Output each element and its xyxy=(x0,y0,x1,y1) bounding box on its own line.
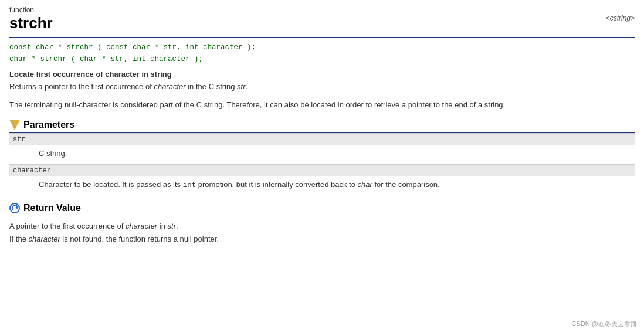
param-char-name: character xyxy=(9,165,635,177)
param-char-desc: Character to be located. It is passed as… xyxy=(9,176,635,196)
code-block: const char * strchr ( const char * str, … xyxy=(9,42,635,65)
code-line-2: char * strchr ( char * str, int characte… xyxy=(9,53,635,65)
param-char-desc-row: Character to be located. It is passed as… xyxy=(9,176,635,196)
code-line-1: const char * strchr ( const char * str, … xyxy=(9,42,635,53)
parameters-table: str C string. character Character to be … xyxy=(9,133,635,196)
return-value-text: A pointer to the first occurrence of cha… xyxy=(9,220,635,246)
char-em-2: char xyxy=(358,180,372,189)
category-label: function xyxy=(9,6,53,14)
parameters-section-header: Parameters xyxy=(9,120,635,133)
subtitle: Locate first occurrence of character in … xyxy=(9,70,635,79)
return-line-2: If the character is not found, the funct… xyxy=(9,233,635,246)
param-str-name: str xyxy=(9,133,635,145)
description-1: Returns a pointer to the first occurrenc… xyxy=(9,81,635,93)
parameters-heading: Parameters xyxy=(23,120,74,130)
param-str-name-row: str xyxy=(9,133,635,145)
return-icon xyxy=(9,203,20,213)
char-em-1: character xyxy=(154,82,185,91)
parameters-icon xyxy=(9,120,20,130)
param-char-name-row: character xyxy=(9,165,635,177)
page-header: function strchr <cstring> xyxy=(9,6,635,35)
svg-marker-0 xyxy=(9,120,20,130)
param-str-desc-row: C string. xyxy=(9,145,635,165)
char-em-3: character xyxy=(126,222,157,230)
return-value-heading: Return Value xyxy=(23,203,81,213)
return-line-1: A pointer to the first occurrence of cha… xyxy=(9,220,635,233)
title-block: function strchr xyxy=(9,6,53,35)
param-str-desc: C string. xyxy=(9,145,635,165)
top-divider xyxy=(9,37,635,38)
return-value-section-header: Return Value xyxy=(9,203,635,216)
str-em-2: str xyxy=(168,222,176,230)
str-em-1: str xyxy=(237,82,245,91)
description-2: The terminating null-character is consid… xyxy=(9,99,635,111)
int-code: int xyxy=(183,181,196,189)
cstring-tag: <cstring> xyxy=(606,14,635,22)
char-em-4: character xyxy=(29,235,60,243)
function-name: strchr xyxy=(9,14,53,32)
